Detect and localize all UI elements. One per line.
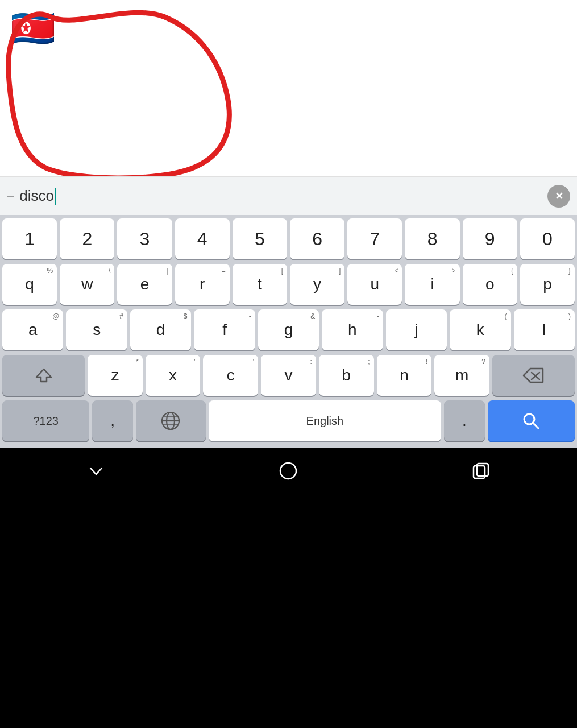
key-m[interactable]: ?m (434, 355, 489, 396)
nav-bar (0, 448, 577, 494)
top-area: 🇰🇵 (0, 0, 577, 176)
search-bar[interactable]: – disco (0, 176, 577, 215)
asdf-row: @a #s $d -f &g -h +j (k )l (2, 309, 575, 350)
backspace-icon (522, 367, 544, 383)
shift-icon (34, 366, 53, 385)
keyboard: 1 2 3 4 5 6 7 8 9 0 %q \w |e =r [t ]y <u… (0, 215, 577, 448)
num-switch-key[interactable]: ?123 (2, 400, 89, 441)
key-c[interactable]: 'c (203, 355, 258, 396)
key-2[interactable]: 2 (60, 218, 114, 259)
key-z[interactable]: *z (88, 355, 143, 396)
search-key[interactable] (488, 400, 575, 441)
key-9[interactable]: 9 (463, 218, 517, 259)
key-y[interactable]: ]y (290, 264, 344, 305)
comma-label: , (110, 412, 115, 430)
qwerty-row: %q \w |e =r [t ]y <u >i {o }p (2, 264, 575, 305)
search-input-text: disco (19, 187, 54, 205)
key-t[interactable]: [t (233, 264, 287, 305)
globe-key[interactable] (136, 400, 206, 441)
clear-button[interactable] (547, 185, 570, 208)
nav-home-button[interactable] (278, 461, 298, 481)
key-1[interactable]: 1 (2, 218, 57, 259)
key-f[interactable]: -f (194, 309, 255, 350)
key-r[interactable]: =r (175, 264, 230, 305)
nav-recents-button[interactable] (471, 461, 491, 481)
text-cursor (55, 188, 56, 205)
search-dash: – (7, 189, 14, 204)
search-input-display[interactable]: disco (19, 187, 547, 205)
key-w[interactable]: \w (60, 264, 114, 305)
key-x[interactable]: "x (146, 355, 201, 396)
chevron-down-icon (86, 461, 106, 481)
key-p[interactable]: }p (520, 264, 575, 305)
key-g[interactable]: &g (258, 309, 319, 350)
comma-key[interactable]: , (92, 400, 133, 441)
shift-key[interactable] (2, 355, 85, 396)
red-scribble-annotation (0, 0, 577, 176)
bottom-row: ?123 , English . (2, 400, 575, 441)
zxcv-row: *z "x 'c :v ;b !n ?m (2, 355, 575, 396)
spacebar-label: English (306, 415, 344, 428)
spacebar[interactable]: English (209, 400, 441, 441)
key-d[interactable]: $d (130, 309, 191, 350)
svg-point-9 (280, 463, 296, 479)
key-i[interactable]: >i (405, 264, 459, 305)
key-8[interactable]: 8 (405, 218, 459, 259)
key-e[interactable]: |e (117, 264, 172, 305)
flag-emoji: 🇰🇵 (10, 10, 56, 47)
svg-line-8 (533, 423, 538, 428)
nav-back-button[interactable] (86, 461, 106, 481)
key-k[interactable]: (k (450, 309, 510, 350)
key-7[interactable]: 7 (347, 218, 402, 259)
key-o[interactable]: {o (463, 264, 517, 305)
period-key[interactable]: . (444, 400, 485, 441)
key-l[interactable]: )l (514, 309, 575, 350)
key-b[interactable]: ;b (319, 355, 374, 396)
key-4[interactable]: 4 (175, 218, 230, 259)
square-icon (471, 461, 491, 481)
key-h[interactable]: -h (322, 309, 383, 350)
key-5[interactable]: 5 (233, 218, 287, 259)
number-row: 1 2 3 4 5 6 7 8 9 0 (2, 218, 575, 259)
key-q[interactable]: %q (2, 264, 57, 305)
num-switch-label: ?123 (33, 415, 59, 428)
key-s[interactable]: #s (66, 309, 127, 350)
key-n[interactable]: !n (377, 355, 432, 396)
globe-icon (160, 411, 181, 431)
search-icon (521, 411, 541, 431)
key-a[interactable]: @a (2, 309, 63, 350)
backspace-key[interactable] (492, 355, 575, 396)
key-0[interactable]: 0 (520, 218, 575, 259)
key-j[interactable]: +j (386, 309, 447, 350)
key-6[interactable]: 6 (290, 218, 344, 259)
key-3[interactable]: 3 (117, 218, 172, 259)
key-u[interactable]: <u (347, 264, 402, 305)
key-v[interactable]: :v (261, 355, 316, 396)
period-label: . (462, 412, 467, 430)
circle-icon (278, 461, 298, 481)
